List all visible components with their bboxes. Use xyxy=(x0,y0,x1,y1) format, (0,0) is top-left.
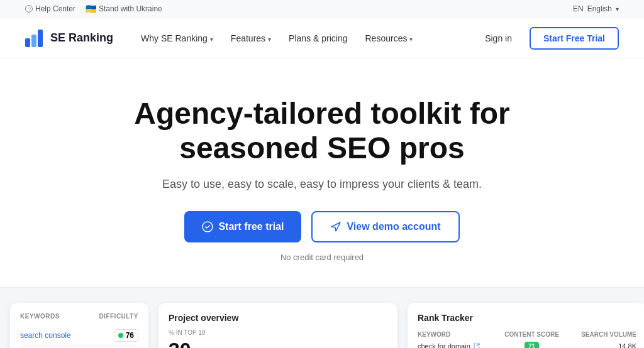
rank-col-volume: Search Volume xyxy=(567,329,636,340)
rank-row-1: check for domain 71 14.8K xyxy=(418,340,636,348)
dot-green-icon xyxy=(118,333,123,338)
nav-plans[interactable]: Plans & pricing xyxy=(281,28,355,48)
start-free-button[interactable]: Start Free Trial xyxy=(530,27,619,50)
top-bar-left: ? Help Center 🇺🇦 Stand with Ukraine xyxy=(25,4,162,14)
help-icon: ? xyxy=(25,5,33,13)
kw-row-1: search console 76 xyxy=(20,326,138,345)
top-bar-right[interactable]: EN English ▾ xyxy=(573,4,619,13)
kw-row-2: website checker 71 xyxy=(20,345,138,348)
ukraine-link[interactable]: 🇺🇦 Stand with Ukraine xyxy=(86,4,162,14)
link-icon xyxy=(473,342,480,348)
rank-col-content: Content Score xyxy=(497,329,567,340)
dashboard-preview: Keywords Difficulty search console 76 we… xyxy=(0,287,644,348)
no-credit-text: No credit card required xyxy=(25,253,619,262)
nav-features[interactable]: Features xyxy=(223,28,279,48)
sign-in-button[interactable]: Sign in xyxy=(477,28,519,48)
lang-chevron-icon: ▾ xyxy=(616,6,619,13)
nav-resources[interactable]: Resources xyxy=(358,28,421,48)
nav-actions: Sign in Start Free Trial xyxy=(477,27,619,50)
project-big-number: 30 xyxy=(169,339,191,348)
why-chevron-icon xyxy=(210,33,213,43)
navbar: SE Ranking Why SE Ranking Features Plans… xyxy=(0,18,644,58)
help-center-link[interactable]: ? Help Center xyxy=(25,4,75,13)
keywords-card: Keywords Difficulty search console 76 we… xyxy=(10,303,148,348)
keywords-header: Keywords Difficulty xyxy=(20,313,138,320)
hero-section: Agency-tailored toolkit for seasoned SEO… xyxy=(0,58,644,287)
checkmark-circle-icon xyxy=(202,221,213,232)
rank-table: Keyword Content Score Search Volume chec… xyxy=(418,329,636,348)
features-chevron-icon xyxy=(268,33,271,43)
rank-col-keyword: Keyword xyxy=(418,329,497,340)
svg-rect-3 xyxy=(31,35,36,47)
svg-text:?: ? xyxy=(28,7,31,11)
rank-domain-link: check for domain xyxy=(418,342,497,348)
start-trial-button[interactable]: Start free trial xyxy=(184,211,301,242)
svg-rect-2 xyxy=(25,38,30,47)
logo-text: SE Ranking xyxy=(50,31,113,45)
nav-why[interactable]: Why SE Ranking xyxy=(133,28,221,48)
rank-tracker-card: Rank Tracker Keyword Content Score Searc… xyxy=(408,303,644,348)
ukraine-flag: 🇺🇦 xyxy=(86,4,96,14)
svg-rect-4 xyxy=(38,30,43,47)
send-icon xyxy=(330,221,341,232)
hero-subtitle: Easy to use, easy to scale, easy to impr… xyxy=(25,178,619,191)
score-badge-1: 71 xyxy=(525,342,539,348)
project-overview-card: Project overview % IN TOP 10 30 2% ↑ xyxy=(158,303,397,348)
hero-buttons: Start free trial View demo account xyxy=(25,211,619,242)
resources-chevron-icon xyxy=(409,33,413,43)
hero-title: Agency-tailored toolkit for seasoned SEO… xyxy=(70,96,574,165)
nav-links: Why SE Ranking Features Plans & pricing … xyxy=(133,28,477,48)
top-bar: ? Help Center 🇺🇦 Stand with Ukraine EN E… xyxy=(0,0,644,18)
view-demo-button[interactable]: View demo account xyxy=(311,211,459,242)
logo-link[interactable]: SE Ranking xyxy=(25,30,113,47)
logo-icon xyxy=(25,30,45,47)
